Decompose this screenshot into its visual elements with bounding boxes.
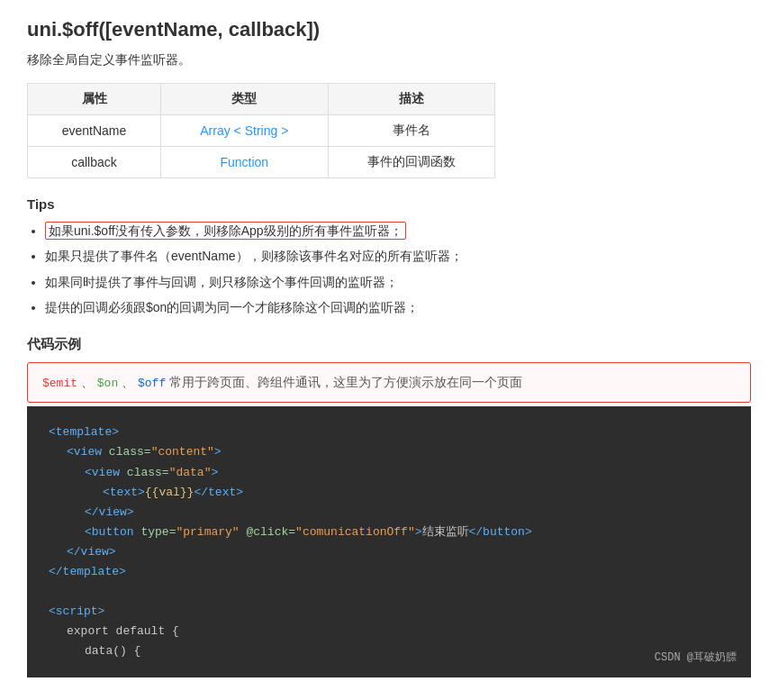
table-row: eventName Array < String > 事件名 bbox=[28, 115, 495, 147]
code-line: <view class="data"> bbox=[85, 463, 729, 483]
code-line: <view class="content"> bbox=[67, 442, 729, 462]
code-block: <template> <view class="content"> <view … bbox=[27, 406, 751, 677]
list-item: 如果只提供了事件名（eventName），则移除该事件名对应的所有监听器； bbox=[45, 246, 751, 266]
hint-text: 常用于跨页面、跨组件通讯，这里为了方便演示放在同一个页面 bbox=[169, 375, 522, 389]
desc-eventname: 事件名 bbox=[328, 115, 494, 147]
separator1: 、 bbox=[81, 375, 97, 389]
prop-eventname: eventName bbox=[28, 115, 161, 147]
code-line: <template> bbox=[49, 423, 729, 442]
type-eventname: Array < String > bbox=[161, 115, 329, 147]
list-item: 提供的回调必须跟$on的回调为同一个才能移除这个回调的监听器； bbox=[45, 297, 751, 317]
code-line: </view> bbox=[67, 542, 729, 562]
on-code: $on bbox=[97, 377, 118, 390]
code-line: <button type="primary" @click="comunicat… bbox=[85, 523, 729, 542]
code-line: </view> bbox=[85, 503, 729, 523]
tips-list: 如果uni.$off没有传入参数，则移除App级别的所有事件监听器； 如果只提供… bbox=[27, 221, 751, 318]
off-code: $off bbox=[138, 377, 166, 390]
code-line: data() { bbox=[85, 641, 729, 661]
col-header-type: 类型 bbox=[161, 84, 329, 115]
page-title: uni.$off([eventName, callback]) bbox=[27, 18, 751, 41]
code-line: <text>{{val}}</text> bbox=[103, 483, 729, 503]
col-header-property: 属性 bbox=[28, 84, 161, 115]
type-link-callback: Function bbox=[220, 155, 268, 169]
code-line bbox=[49, 582, 729, 602]
api-table: 属性 类型 描述 eventName Array < String > 事件名 … bbox=[27, 83, 495, 178]
prop-callback: callback bbox=[28, 147, 161, 178]
code-line: <script> bbox=[49, 602, 729, 622]
tips-title: Tips bbox=[27, 196, 751, 212]
code-hint-box: $emit 、 $on 、 $off 常用于跨页面、跨组件通讯，这里为了方便演示… bbox=[27, 362, 751, 404]
watermark: CSDN @耳破奶膘 bbox=[655, 649, 737, 667]
desc-callback: 事件的回调函数 bbox=[328, 147, 494, 178]
type-callback: Function bbox=[161, 147, 329, 178]
list-item: 如果同时提供了事件与回调，则只移除这个事件回调的监听器； bbox=[45, 272, 751, 292]
highlighted-tip: 如果uni.$off没有传入参数，则移除App级别的所有事件监听器； bbox=[45, 222, 406, 240]
code-line: export default { bbox=[67, 622, 729, 641]
emit-code: $emit bbox=[42, 377, 77, 390]
list-item: 如果uni.$off没有传入参数，则移除App级别的所有事件监听器； bbox=[45, 221, 751, 241]
table-row: callback Function 事件的回调函数 bbox=[28, 147, 495, 178]
subtitle: 移除全局自定义事件监听器。 bbox=[27, 52, 751, 68]
col-header-description: 描述 bbox=[328, 84, 494, 115]
type-link-eventname: Array < String > bbox=[200, 123, 288, 138]
separator2: 、 bbox=[122, 375, 138, 389]
code-line: </template> bbox=[49, 562, 729, 582]
code-example-title: 代码示例 bbox=[27, 336, 751, 353]
